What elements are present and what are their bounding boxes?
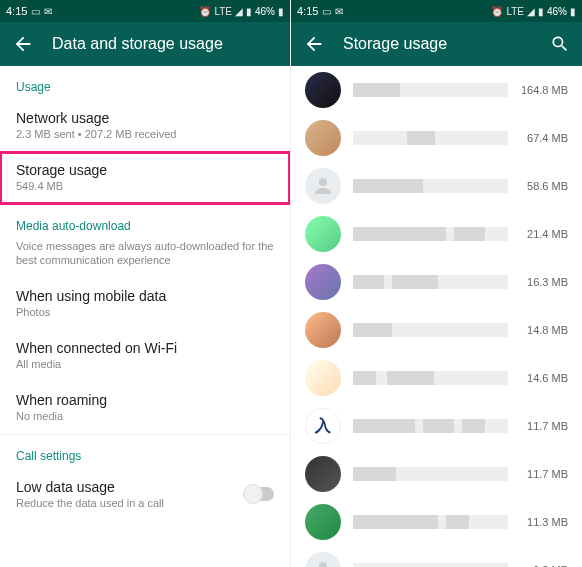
avatar [305,504,341,540]
chat-size: 14.6 MB [520,372,568,384]
signal-icon: ▮ [246,6,252,17]
chat-storage-row[interactable]: 14.8 MB [291,306,582,354]
battery-text: 46% [255,6,275,17]
chat-size: 16.3 MB [520,276,568,288]
status-time: 4:15 [297,5,318,17]
avatar [305,168,341,204]
mail-icon: ✉ [335,6,343,17]
chat-name-redacted [353,131,508,145]
lte-icon: LTE [214,6,232,17]
screenshot-icon: ▭ [31,6,40,17]
chat-size: 21.4 MB [520,228,568,240]
avatar [305,552,341,567]
chat-name-redacted [353,275,508,289]
battery-text: 46% [547,6,567,17]
chat-size: 11.7 MB [520,420,568,432]
battery-icon: ▮ [278,6,284,17]
storage-usage-row[interactable]: Storage usage 549.4 MB [0,152,290,204]
settings-list: Usage Network usage 2.3 MB sent • 207.2 … [0,66,290,567]
screenshot-icon: ▭ [322,6,331,17]
chat-storage-row[interactable]: 67.4 MB [291,114,582,162]
chat-name-redacted [353,83,508,97]
storage-usage-screen: 4:15 ▭ ✉ ⏰ LTE ◢ ▮ 46% ▮ Storage usage 1… [291,0,582,567]
wifi-icon: ◢ [527,6,535,17]
low-data-title: Low data usage [16,479,244,495]
auto-download-header: Media auto-download [0,205,290,239]
chat-size: 11.7 MB [520,468,568,480]
mail-icon: ✉ [44,6,52,17]
chat-storage-row[interactable]: 11.7 MB [291,450,582,498]
avatar [305,264,341,300]
back-icon[interactable] [303,33,325,55]
app-bar: Storage usage [291,22,582,66]
usage-header: Usage [0,66,290,100]
chat-storage-row[interactable]: 58.6 MB [291,162,582,210]
chat-name-redacted [353,563,508,567]
status-bar: 4:15 ▭ ✉ ⏰ LTE ◢ ▮ 46% ▮ [291,0,582,22]
chat-name-redacted [353,467,508,481]
chat-name-redacted [353,371,508,385]
page-title: Data and storage usage [52,35,278,53]
alarm-icon: ⏰ [199,6,211,17]
wifi-sub: All media [16,358,274,370]
chat-name-redacted [353,227,508,241]
storage-usage-title: Storage usage [16,162,274,178]
network-usage-row[interactable]: Network usage 2.3 MB sent • 207.2 MB rec… [0,100,290,152]
signal-icon: ▮ [538,6,544,17]
call-settings-header: Call settings [0,435,290,469]
auto-download-helper: Voice messages are always auto-downloade… [0,239,290,278]
chat-size: 11.3 MB [520,516,568,528]
chat-storage-row[interactable]: 9.2 MB [291,546,582,567]
storage-usage-sub: 549.4 MB [16,180,274,192]
avatar [305,360,341,396]
avatar [305,456,341,492]
chat-storage-row[interactable]: 14.6 MB [291,354,582,402]
chat-size: 67.4 MB [520,132,568,144]
chat-storage-row[interactable]: 164.8 MB [291,66,582,114]
chat-storage-row[interactable]: 11.3 MB [291,498,582,546]
search-icon[interactable] [550,34,570,54]
wifi-row[interactable]: When connected on Wi-Fi All media [0,330,290,382]
wifi-icon: ◢ [235,6,243,17]
chat-size: 58.6 MB [520,180,568,192]
low-data-sub: Reduce the data used in a call [16,497,244,509]
chat-storage-row[interactable]: 入11.7 MB [291,402,582,450]
back-icon[interactable] [12,33,34,55]
roaming-sub: No media [16,410,274,422]
avatar [305,120,341,156]
battery-icon: ▮ [570,6,576,17]
avatar [305,216,341,252]
avatar [305,72,341,108]
mobile-data-title: When using mobile data [16,288,274,304]
status-time: 4:15 [6,5,27,17]
roaming-row[interactable]: When roaming No media [0,382,290,434]
lte-icon: LTE [506,6,524,17]
mobile-data-sub: Photos [16,306,274,318]
app-bar: Data and storage usage [0,22,290,66]
network-usage-sub: 2.3 MB sent • 207.2 MB received [16,128,274,140]
chat-size: 14.8 MB [520,324,568,336]
chat-name-redacted [353,419,508,433]
status-bar: 4:15 ▭ ✉ ⏰ LTE ◢ ▮ 46% ▮ [0,0,290,22]
chat-name-redacted [353,179,508,193]
roaming-title: When roaming [16,392,274,408]
chat-name-redacted [353,323,508,337]
low-data-toggle[interactable] [244,487,274,501]
chat-name-redacted [353,515,508,529]
alarm-icon: ⏰ [491,6,503,17]
chat-list: 164.8 MB67.4 MB58.6 MB21.4 MB16.3 MB14.8… [291,66,582,567]
chat-storage-row[interactable]: 16.3 MB [291,258,582,306]
avatar: 入 [305,408,341,444]
chat-storage-row[interactable]: 21.4 MB [291,210,582,258]
network-usage-title: Network usage [16,110,274,126]
chat-size: 164.8 MB [520,84,568,96]
wifi-title: When connected on Wi-Fi [16,340,274,356]
page-title: Storage usage [343,35,532,53]
data-storage-screen: 4:15 ▭ ✉ ⏰ LTE ◢ ▮ 46% ▮ Data and storag… [0,0,291,567]
mobile-data-row[interactable]: When using mobile data Photos [0,278,290,330]
avatar [305,312,341,348]
low-data-row[interactable]: Low data usage Reduce the data used in a… [0,469,290,521]
